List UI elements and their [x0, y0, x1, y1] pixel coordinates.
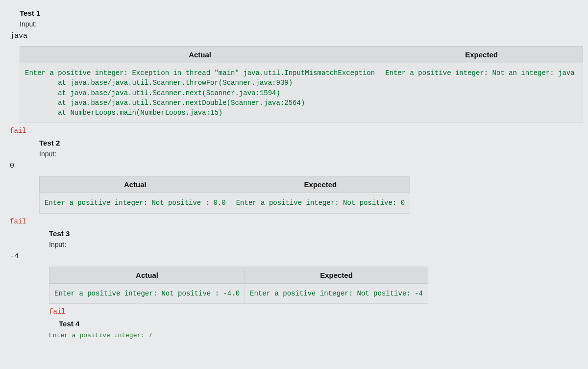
comparison-table-2: Actual Expected Enter a positive integer…	[39, 176, 410, 213]
actual-header: Actual	[20, 47, 380, 63]
input-value: java	[10, 32, 578, 40]
table-row: Enter a positive integer: Exception in t…	[20, 63, 583, 123]
test-title: Test 1	[20, 9, 578, 17]
status-fail: fail	[49, 308, 578, 316]
expected-output: Enter a positive integer: Not an integer…	[385, 68, 578, 78]
input-label: Input:	[49, 241, 578, 248]
test-block-1: Test 1 Input:	[20, 9, 578, 28]
expected-header: Expected	[380, 47, 583, 63]
actual-output: Enter a positive integer: Exception in t…	[25, 68, 375, 118]
status-fail: fail	[10, 218, 578, 225]
test-block-2: Test 2 Input:	[39, 139, 578, 158]
table-row: Enter a positive integer: Not positive :…	[40, 193, 410, 213]
expected-output: Enter a positive integer: Not positive: …	[236, 198, 405, 208]
input-label: Input:	[20, 20, 578, 28]
test-block-3: Test 3 Input:	[49, 229, 578, 248]
actual-output: Enter a positive integer: Not positive :…	[45, 198, 226, 208]
input-label: Input:	[39, 150, 578, 158]
status-fail: fail	[10, 127, 578, 135]
input-value: 0	[10, 162, 578, 170]
comparison-table-1: Actual Expected Enter a positive integer…	[20, 46, 583, 123]
comparison-table-3: Actual Expected Enter a positive integer…	[49, 267, 428, 304]
actual-header: Actual	[49, 267, 245, 283]
table-row: Enter a positive integer: Not positive :…	[49, 283, 428, 303]
test-block-4: Test 4	[59, 320, 578, 328]
input-value: -4	[10, 252, 578, 261]
actual-output: Enter a positive integer: Not positive :…	[54, 289, 240, 298]
expected-header: Expected	[245, 267, 428, 283]
expected-output: Enter a positive integer: Not positive: …	[250, 289, 423, 298]
expected-header: Expected	[231, 176, 410, 193]
truncated-line: Enter a positive integer: 7	[49, 332, 578, 339]
test-title: Test 4	[59, 320, 578, 328]
test-title: Test 3	[49, 229, 578, 238]
test-title: Test 2	[39, 139, 578, 147]
actual-header: Actual	[40, 176, 231, 193]
